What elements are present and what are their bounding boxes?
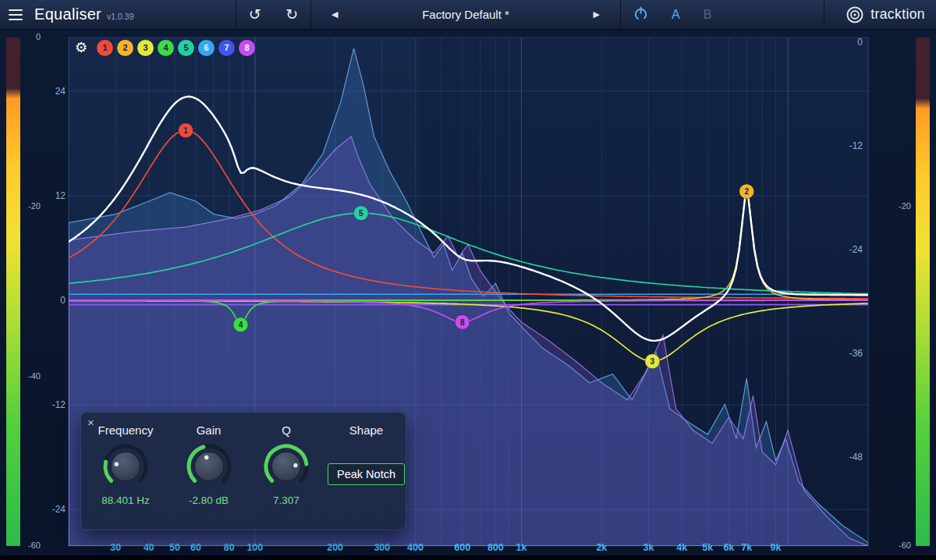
band-marker-2[interactable]: 2 [739, 184, 754, 199]
gain-knob[interactable] [184, 441, 234, 491]
band-editor-panel: × Frequency 88.401 Hz Gain -2.80 dB Q 7.… [80, 412, 406, 530]
svg-text:4: 4 [239, 321, 243, 329]
level-meter-left [6, 37, 20, 546]
frequency-value: 88.401 Hz [101, 494, 150, 506]
q-value: 7.307 [273, 494, 300, 506]
ab-compare-a-button[interactable]: A [672, 8, 680, 22]
title-block: Equaliser v1.0.39 [31, 5, 236, 23]
history-controls: ↺ ↻ [236, 7, 310, 22]
frequency-knob[interactable] [101, 441, 151, 491]
level-meter-right [916, 37, 930, 546]
band-button-2[interactable]: 2 [117, 40, 133, 56]
band-button-8[interactable]: 8 [239, 40, 255, 56]
q-control: Q 7.307 [247, 424, 325, 530]
redo-icon[interactable]: ↻ [285, 7, 298, 22]
band-button-6[interactable]: 6 [198, 40, 214, 56]
ab-compare-b-button[interactable]: B [704, 8, 712, 22]
svg-text:1: 1 [183, 126, 188, 135]
band-marker-5[interactable]: 5 [353, 206, 368, 221]
band-button-7[interactable]: 7 [218, 40, 235, 56]
plugin-version: v1.0.39 [107, 12, 133, 21]
band-marker-8[interactable]: 8 [455, 314, 470, 329]
frequency-control: Frequency 88.401 Hz [81, 424, 170, 530]
band-marker-1[interactable]: 1 [179, 123, 193, 138]
gain-value: -2.80 dB [189, 494, 229, 506]
preset-name[interactable]: Factory Default * [422, 8, 509, 21]
frequency-label: Frequency [98, 424, 154, 437]
q-knob[interactable] [261, 441, 311, 491]
svg-text:8: 8 [460, 318, 465, 327]
close-icon[interactable]: × [87, 416, 94, 429]
window-bottom-edge [0, 555, 936, 560]
gain-control: Gain -2.80 dB [170, 424, 247, 530]
top-bar: Equaliser v1.0.39 ↺ ↻ ◀ Factory Default … [0, 0, 936, 30]
band-button-4[interactable]: 4 [158, 40, 174, 56]
equaliser-window: 123458 Equaliser v1.0.39 ↺ ↻ ◀ Factory D… [0, 0, 936, 560]
band-button-3[interactable]: 3 [137, 40, 154, 56]
svg-text:2: 2 [744, 187, 749, 196]
band-button-1[interactable]: 1 [97, 40, 113, 56]
shape-control: Shape Peak Notch [325, 424, 407, 530]
undo-icon[interactable]: ↺ [249, 7, 261, 22]
band-marker-3[interactable]: 3 [645, 354, 660, 369]
band-selector-row: ⚙ 12345678 [75, 39, 255, 56]
band-button-5[interactable]: 5 [178, 40, 194, 56]
shape-button[interactable]: Peak Notch [328, 463, 405, 485]
band-marker-4[interactable]: 4 [233, 317, 248, 332]
settings-gear-icon[interactable]: ⚙ [75, 41, 87, 55]
preset-prev-icon[interactable]: ◀ [332, 10, 338, 19]
shape-label: Shape [349, 424, 383, 437]
hamburger-menu-icon[interactable] [0, 0, 31, 30]
gain-label: Gain [197, 424, 222, 437]
tracktion-brand: tracktion [824, 5, 936, 24]
plugin-title: Equaliser [34, 5, 101, 23]
brand-name: tracktion [870, 6, 925, 23]
q-label: Q [282, 424, 291, 437]
tracktion-logo-icon [846, 5, 864, 24]
preset-next-icon[interactable]: ▶ [594, 10, 600, 19]
utility-controls: A B [621, 6, 824, 23]
svg-text:3: 3 [651, 357, 655, 366]
power-icon[interactable] [633, 6, 648, 23]
preset-selector: ◀ Factory Default * ▶ [311, 8, 620, 21]
svg-text:5: 5 [359, 209, 363, 218]
